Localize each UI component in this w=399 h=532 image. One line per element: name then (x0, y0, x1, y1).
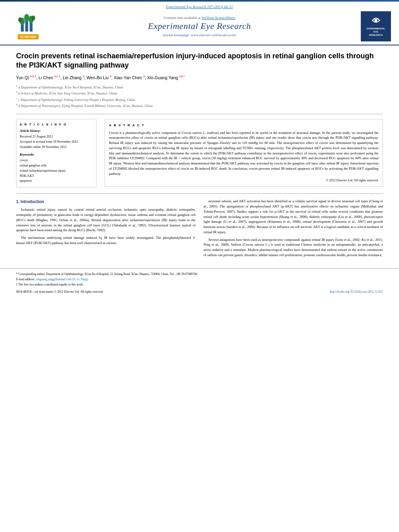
article-info-section-title: A R T I C L E I N F O (20, 123, 93, 126)
svg-rect-2 (30, 23, 33, 32)
abstract-column: A B S T R A C T Crocin is a pharmacologi… (105, 119, 383, 188)
elsevier-tree-icon (16, 13, 40, 33)
article-title: Crocin prevents retinal ischaemia/reperf… (16, 51, 383, 70)
abstract-box: A B S T R A C T Crocin is a pharmacologi… (105, 119, 383, 187)
body-para-2: The mechanisms underlying retinal damage… (16, 235, 195, 246)
affiliations: a a Department of Ophthalmology, Xi'an N… (16, 84, 383, 109)
accepted-date: Accepted in revised form 19 November 201… (20, 140, 93, 144)
journal-title-area: Contents lists available at SciVerse Sci… (48, 16, 351, 37)
svg-point-7 (31, 15, 35, 21)
keyword-3: retinal ischaemia/reperfusion injury (20, 168, 93, 174)
body-para-4: Several antagonists have been used as ne… (204, 237, 383, 258)
authors: Yun Qi a,b,1, Li Chen a,c,1, Lei Zhang d… (16, 74, 383, 81)
footer-area: * Corresponding author. Department of Op… (0, 268, 399, 297)
svg-point-4 (24, 14, 29, 21)
email-label: E-mail address: (16, 277, 35, 281)
keyword-2: retinal ganglion cells (20, 163, 93, 168)
corresponding-author-note: * Corresponding author. Department of Op… (16, 272, 383, 276)
equal-contrib-note: 1 The first two authors contributed equa… (16, 282, 383, 287)
abstract-section-title: A B S T R A C T (109, 123, 378, 127)
body-text-section: 1. Introduction Ischaemic retinal injury… (16, 199, 383, 260)
footnotes: * Corresponding author. Department of Op… (16, 272, 383, 287)
keyword-4: PI3K/AKT (20, 174, 93, 179)
article-info-column: A R T I C L E I N F O Article history: R… (16, 119, 97, 188)
keyword-1: crocin (20, 158, 93, 163)
divider-2 (16, 193, 383, 194)
body-col-left: 1. Introduction Ischaemic retinal injury… (16, 199, 195, 260)
elsevier-logo: ELSEVIER (16, 13, 40, 39)
eer-logo: 👁 EXPERIMENTALEYERESEARCH (361, 11, 391, 41)
svg-rect-1 (25, 21, 28, 31)
body-para-3: neuronal subsets, and AKT activation has… (204, 199, 383, 234)
sciverse-link[interactable]: SciVerse ScienceDirect (202, 16, 235, 20)
journal-header: Experimental Eye Research 107 (2013) 44–… (0, 2, 399, 45)
issn-text: 0014-4835/$ – see front matter © 2012 El… (16, 290, 103, 294)
keyword-5: apoptosis (20, 179, 93, 184)
copyright-text: © 2012 Elsevier Ltd. All rights reserved… (109, 179, 378, 182)
contents-text: Contents lists available at SciVerse Sci… (48, 16, 351, 20)
page: Experimental Eye Research 107 (2013) 44–… (0, 0, 399, 532)
eer-logo-area: 👁 EXPERIMENTALEYERESEARCH (351, 11, 391, 41)
elsevier-logo-area: ELSEVIER (8, 13, 48, 39)
body-col-right: neuronal subsets, and AKT activation has… (204, 199, 383, 260)
journal-top-bar: Experimental Eye Research 107 (2013) 44–… (0, 5, 399, 9)
divider-1 (16, 114, 383, 114)
content-area: Crocin prevents retinal ischaemia/reperf… (0, 45, 399, 264)
eer-eye-icon: 👁 (372, 16, 380, 26)
keywords-label: Keywords: (20, 152, 93, 156)
footer-bottom: 0014-4835/$ – see front matter © 2012 El… (16, 290, 383, 294)
article-info-box: A R T I C L E I N F O Article history: R… (16, 119, 97, 188)
svg-point-6 (18, 17, 22, 23)
eer-logo-text: EXPERIMENTALEYERESEARCH (366, 27, 385, 37)
doi-link[interactable]: http://dx.doi.org/10.1016/j.exer.2012.11… (330, 290, 383, 294)
journal-title: Experimental Eye Research (48, 21, 351, 31)
section1-heading: 1. Introduction (16, 199, 195, 205)
journal-homepage: journal homepage: www.elsevier.com/locat… (48, 33, 351, 37)
journal-issue-text: Experimental Eye Research 107 (2013) 44–… (166, 5, 233, 9)
journal-banner: ELSEVIER Contents lists available at Sci… (0, 11, 399, 45)
svg-rect-0 (21, 24, 24, 31)
elsevier-badge: ELSEVIER (18, 34, 39, 39)
info-abstract-section: A R T I C L E I N F O Article history: R… (16, 119, 383, 188)
abstract-text: Crocin is a pharmacologically active com… (109, 130, 378, 177)
received-date: Received 21 August 2012 (20, 134, 93, 139)
email-note: E-mail address: xinguang.yang@hotmail.co… (16, 277, 383, 281)
available-date: Available online 29 November 2012 (20, 145, 93, 149)
history-label: Article history: (20, 129, 93, 133)
email-address: xinguang.yang@hotmail.com (X.-G. Yang). (36, 277, 89, 281)
body-para-1: Ischaemic retinal injury caused by centr… (16, 207, 195, 233)
